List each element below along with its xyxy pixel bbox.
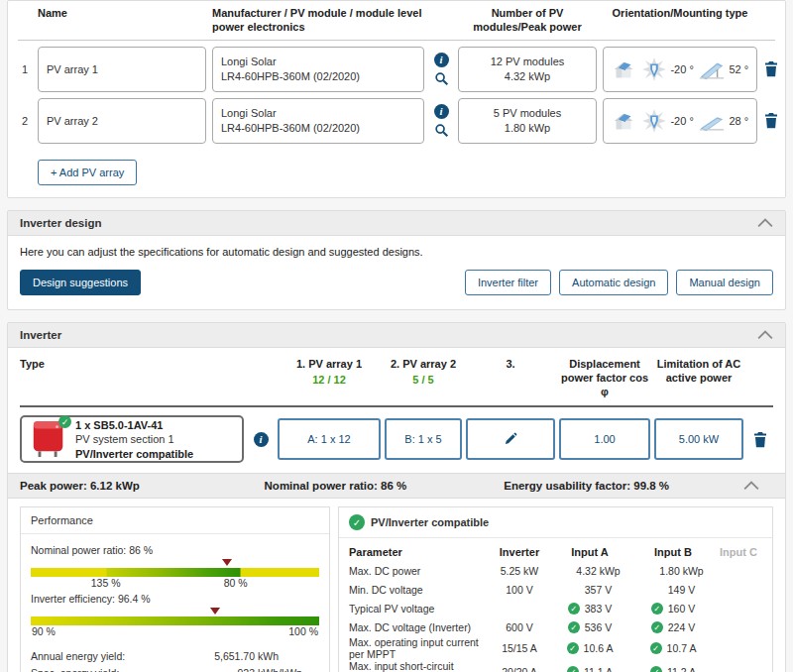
peak-power-summary: Peak power: 6.12 kWp xyxy=(20,480,265,492)
azimuth-value: -20 ° xyxy=(670,63,693,75)
col-header-type: Type xyxy=(20,357,244,371)
compatibility-title: PV/Inverter compatible xyxy=(371,516,489,528)
chevron-up-icon[interactable] xyxy=(743,481,759,491)
manufacturer-label: Longi Solar xyxy=(221,106,415,121)
inverter-design-header: Inverter design xyxy=(8,211,785,236)
inverter-efficiency-bar-label: Inverter efficiency: 96.4 % xyxy=(31,593,319,605)
pv-array-row: 2 Longi Solar LR4-60HPB-360M (02/2020) i… xyxy=(8,98,785,144)
pv-array-name-input[interactable] xyxy=(38,47,206,92)
bar-marker xyxy=(222,559,232,566)
check-icon: ✓ xyxy=(650,666,662,672)
inverter-row: ✓ 1 x SB5.0-1AV-41 PV system section 1 P… xyxy=(8,407,785,473)
page: Name Manufacturer / PV module / module l… xyxy=(0,0,793,672)
info-icon[interactable]: i xyxy=(254,432,269,447)
compat-row: Max. input short-circuit current per MPP… xyxy=(349,660,762,672)
stat-row: Annual energy yield:5,651.70kWh xyxy=(31,647,319,664)
inverter-type-box[interactable]: ✓ 1 x SB5.0-1AV-41 PV system section 1 P… xyxy=(20,415,244,463)
inverter-filter-button[interactable]: Inverter filter xyxy=(465,270,551,295)
tilt-angle-icon xyxy=(698,110,726,132)
trash-icon[interactable] xyxy=(763,60,779,77)
inverter-section: Inverter Type 1. PV array 1 12 / 12 2. P… xyxy=(7,322,786,672)
pv-array-row: 1 Longi Solar LR4-60HPB-360M (02/2020) i… xyxy=(8,47,785,92)
pv-module-select[interactable]: Longi Solar LR4-60HPB-360M (02/2020) xyxy=(212,98,424,144)
inverter-design-body: Here you can adjust the specifications f… xyxy=(8,236,785,309)
pv-module-select[interactable]: Longi Solar LR4-60HPB-360M (02/2020) xyxy=(212,47,424,92)
module-count-box[interactable]: 5 PV modules 1.80 kWp xyxy=(458,98,597,144)
col-header-array1: 1. PV array 1 12 / 12 xyxy=(278,357,381,388)
check-icon: ✓ xyxy=(650,642,662,654)
row-index: 2 xyxy=(18,115,32,127)
check-icon: ✓ xyxy=(651,603,663,615)
inverter-design-section: Inverter design Here you can adjust the … xyxy=(7,210,786,310)
design-suggestions-button[interactable]: Design suggestions xyxy=(20,270,141,295)
azimuth-compass-icon xyxy=(641,108,667,134)
input-3-edit-box[interactable] xyxy=(466,418,555,460)
orientation-box[interactable]: -20 ° 52 ° xyxy=(603,47,757,92)
array1-assigned-count: 12 / 12 xyxy=(278,373,381,387)
col-header-count: Number of PV modules/Peak power xyxy=(458,7,597,35)
pv-array-name-input[interactable] xyxy=(38,98,206,144)
col-header-cos-phi: Displacement power factor cos φ xyxy=(559,357,650,399)
nominal-ratio-bar: 135 % 80 % xyxy=(31,568,319,591)
trash-icon[interactable] xyxy=(763,112,779,129)
compat-row: Max. DC voltage (Inverter) 600 V ✓536 V … xyxy=(349,617,762,636)
section-title: Inverter xyxy=(20,329,61,341)
trash-icon[interactable] xyxy=(752,431,768,448)
system-section-label: PV system section 1 xyxy=(75,432,193,446)
magnifier-icon[interactable] xyxy=(434,71,449,86)
array2-assigned-count: 5 / 5 xyxy=(385,373,462,387)
inverter-type-text: 1 x SB5.0-1AV-41 PV system section 1 PV/… xyxy=(75,418,193,461)
compatibility-status: PV/Inverter compatible xyxy=(75,447,193,461)
info-icon[interactable]: i xyxy=(434,104,449,119)
manual-design-button[interactable]: Manual design xyxy=(676,270,773,295)
magnifier-icon[interactable] xyxy=(434,123,449,138)
info-icon[interactable]: i xyxy=(434,53,449,67)
input-b-box[interactable]: B: 1 x 5 xyxy=(385,418,462,460)
inverter-model: 1 x SB5.0-1AV-41 xyxy=(75,418,193,432)
module-count-label: 5 PV modules xyxy=(494,106,561,121)
col-header-ac-limit: Limitation of AC active power xyxy=(654,357,743,386)
module-label: LR4-60HPB-360M (02/2020) xyxy=(221,121,415,136)
col-header-3: 3. xyxy=(466,357,555,371)
chevron-up-icon[interactable] xyxy=(757,218,773,228)
orientation-box[interactable]: -20 ° 28 ° xyxy=(603,98,757,144)
automatic-design-button[interactable]: Automatic design xyxy=(559,270,668,295)
col-header-module: Manufacturer / PV module / module level … xyxy=(212,7,452,35)
ac-limit-box[interactable]: 5.00 kW xyxy=(654,418,743,460)
section-title: Inverter design xyxy=(20,217,101,229)
design-description: Here you can adjust the specifications f… xyxy=(20,246,773,258)
header-divider xyxy=(18,40,775,41)
house-mounting-icon xyxy=(612,57,637,81)
compat-header-row: Parameter Inverter Input A Input B Input… xyxy=(349,542,762,561)
bar-tick: 90 % xyxy=(32,625,56,637)
module-icons: i xyxy=(430,53,452,86)
bar-tick: 80 % xyxy=(224,577,248,589)
col-header-name: Name xyxy=(38,7,206,21)
check-icon: ✓ xyxy=(568,621,580,633)
inverter-efficiency-bar: 90 % 100 % xyxy=(31,616,319,639)
add-pv-array-button[interactable]: + Add PV array xyxy=(38,160,137,185)
compat-row: Max. DC power 5.25 kW ✓4.32 kWp ✓1.80 kW… xyxy=(349,561,762,580)
manufacturer-label: Longi Solar xyxy=(221,55,415,69)
house-mounting-icon xyxy=(612,109,637,133)
inverter-header: Inverter xyxy=(8,323,785,348)
peak-power-label: 1.80 kWp xyxy=(505,121,550,136)
check-badge-icon: ✓ xyxy=(58,415,71,428)
summary-bar: Peak power: 6.12 kWp Nominal power ratio… xyxy=(8,473,785,499)
performance-title: Performance xyxy=(31,514,93,526)
module-count-label: 12 PV modules xyxy=(491,55,565,69)
azimuth-compass-icon xyxy=(641,56,667,82)
compat-row: Min. DC voltage 100 V ✓357 V ✓149 V xyxy=(349,580,762,599)
module-label: LR4-60HPB-360M (02/2020) xyxy=(221,69,415,84)
check-icon: ✓ xyxy=(567,666,579,672)
tilt-value: 28 ° xyxy=(729,115,748,127)
module-count-box[interactable]: 12 PV modules 4.32 kWp xyxy=(458,47,597,92)
chevron-up-icon[interactable] xyxy=(757,330,773,340)
usability-summary: Energy usability factor: 99.8 % xyxy=(504,480,743,492)
check-badge-icon: ✓ xyxy=(349,514,365,530)
input-a-box[interactable]: A: 1 x 12 xyxy=(278,418,381,460)
stat-row: Spec. energy yield:923kWh/kWp xyxy=(31,664,319,672)
pv-array-section: Name Manufacturer / PV module / module l… xyxy=(7,0,786,198)
cos-phi-box[interactable]: 1.00 xyxy=(559,418,650,460)
col-header-array2: 2. PV array 2 5 / 5 xyxy=(385,357,462,388)
